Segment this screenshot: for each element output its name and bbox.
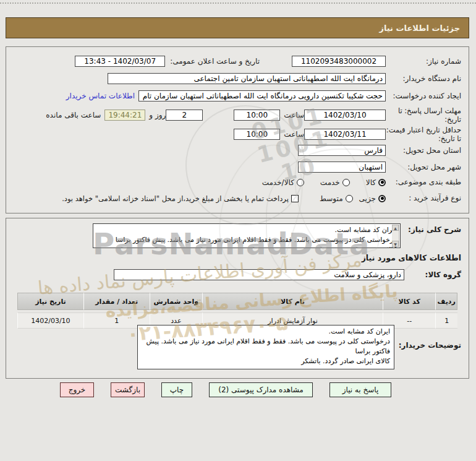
reply-deadline-hour-label: ساعت — [284, 111, 304, 119]
goods-section-heading: اطلاعات کالاهای مورد نیاز — [362, 253, 461, 262]
goods-table-header: کد کالا — [383, 293, 435, 310]
row-need-desc: شرح کلی نیاز: ایران کد مشابه است. درخواس… — [12, 223, 461, 248]
radio-medium-label: متوسط — [320, 194, 343, 203]
price-validity-date-field[interactable]: 1402/03/11 — [304, 129, 386, 140]
reply-deadline-time-field[interactable]: 10:00 — [234, 110, 280, 121]
goods-group-field[interactable]: دارو، پزشکی و سلامت — [114, 269, 404, 280]
radio-service[interactable] — [342, 179, 350, 186]
row-buyer-notes: توضیحات خریدار: ایران کد مشابه است. درخو… — [12, 325, 461, 369]
announce-datetime-label: تاریخ و ساعت اعلان عمومی: — [170, 57, 260, 66]
radio-goods[interactable] — [378, 179, 386, 186]
goods-group-label: گروه کالا: — [404, 270, 461, 279]
scrollbar[interactable]: ▲ ▼ — [392, 225, 399, 247]
row-goods-group: گروه کالا: دارو، پزشکی و سلامت — [12, 269, 461, 280]
radio-service-label: خدمت — [320, 178, 340, 187]
buyer-notes-line1: ایران کد مشابه است. — [142, 327, 390, 337]
radio-goods-service[interactable] — [297, 179, 304, 186]
row-city: شهر محل تحویل: استهبان — [12, 162, 461, 173]
need-desc-line2: درخواستی کلی در پیوست می باشد. فقط و فقط… — [102, 235, 396, 248]
need-desc-label: شرح کلی نیاز: — [401, 223, 461, 234]
row-request-creator: ایجاد کننده درخواست: حجت شکیبا تکنسین دا… — [12, 90, 461, 101]
goods-table-head-row: ردیفکد کالانام کالاواحد شمارشتعداد / مقد… — [17, 293, 457, 310]
buyer-org-label: نام دستگاه خریدار: — [386, 74, 461, 84]
row-classification: طبقه بندی موضوعی: کالا خدمت کالا/خدمت — [12, 178, 461, 187]
goods-table-header: نام کالا — [202, 293, 383, 310]
need-number-field[interactable]: 1102093483000002 — [292, 56, 386, 67]
countdown-timer: 19:44:21 — [104, 110, 145, 121]
buyer-notes-line3: کالای ایرانی صادر گردد. باتشکر — [142, 356, 390, 366]
need-number-label: شماره نیاز: — [386, 57, 461, 66]
price-validity-hour-label: ساعت — [284, 130, 304, 139]
top-divider — [0, 2, 476, 4]
province-field[interactable]: فارس — [298, 145, 386, 156]
radio-partial-label: جزیی — [359, 194, 376, 203]
reply-deadline-label: مهلت ارسال پاسخ: تا تاریخ: — [386, 106, 461, 124]
goods-info-panel: شرح کلی نیاز: ایران کد مشابه است. درخواس… — [6, 218, 469, 379]
treasury-note: پرداخت تمام یا بخشی از مبلغ خرید،از محل … — [62, 194, 289, 203]
reply-deadline-date-field[interactable]: 1402/03/10 — [304, 110, 386, 121]
page-title: جزئیات اطلاعات نیاز — [379, 24, 460, 33]
need-details-page: جزئیات اطلاعات نیاز شماره نیاز: 11020934… — [0, 0, 476, 461]
radio-partial[interactable] — [378, 195, 386, 202]
scroll-up-icon[interactable]: ▲ — [392, 225, 399, 231]
row-goods-heading: اطلاعات کالاهای مورد نیاز — [12, 253, 461, 262]
buyer-notes-line2: درخواستی کلی در پیوست می باشد. فقط و فقط… — [142, 337, 390, 356]
print-button[interactable]: چاپ — [161, 382, 192, 397]
days-remaining-label: روز و — [149, 111, 166, 119]
request-creator-label: ایجاد کننده درخواست: — [386, 92, 461, 101]
province-label: استان محل تحویل: — [386, 146, 461, 155]
goods-table-header: ردیف — [435, 293, 457, 310]
scroll-down-icon[interactable]: ▼ — [392, 241, 399, 247]
reply-to-need-button[interactable]: پاسخ به نیاز — [329, 382, 391, 397]
classification-label: طبقه بندی موضوعی: — [386, 178, 461, 187]
goods-table-header: تعداد / مقدار — [83, 293, 150, 310]
treasury-checkbox[interactable] — [291, 195, 299, 202]
row-province: استان محل تحویل: فارس — [12, 145, 461, 156]
row-buyer-org: نام دستگاه خریدار: درمانگاه ایت الله اصط… — [12, 73, 461, 84]
back-button[interactable]: بازگشت — [111, 382, 145, 397]
radio-goods-service-label: کالا/خدمت — [262, 178, 294, 187]
row-process-type: نوع فرآیند خرید : جزیی متوسط پرداخت تمام… — [12, 194, 461, 203]
action-buttons: پاسخ به نیاز مشاهده مدارک پیوستی (2) چاپ… — [60, 382, 391, 397]
view-attachments-button[interactable]: مشاهده مدارک پیوستی (2) — [209, 382, 313, 397]
city-label: شهر محل تحویل: — [386, 163, 461, 172]
buyer-org-field[interactable]: درمانگاه ایت الله اصطهباناتی استهبان ساز… — [108, 73, 386, 84]
exit-button[interactable]: خروج — [60, 382, 94, 397]
row-price-validity: حداقل تاریخ اعتبار قیمت: تا تاریخ: 1402/… — [12, 126, 461, 144]
radio-goods-label: کالا — [366, 178, 376, 187]
request-creator-field[interactable]: حجت شکیبا تکنسین دارویی درمانگاه ایت الل… — [138, 90, 386, 101]
goods-table-header: تاریخ نیاز — [17, 293, 83, 310]
days-remaining-field[interactable]: 2 — [166, 110, 203, 121]
price-validity-time-field[interactable]: 10:00 — [234, 129, 280, 140]
price-validity-label: حداقل تاریخ اعتبار قیمت: تا تاریخ: — [386, 126, 461, 144]
buyer-contact-link[interactable]: اطلاعات تماس خریدار — [66, 92, 135, 100]
goods-table-header: واحد شمارش — [150, 293, 202, 310]
announce-datetime-field[interactable]: 1402/03/07 - 13:43 — [75, 56, 165, 67]
city-field[interactable]: استهبان — [298, 162, 386, 173]
need-desc-line1: ایران کد مشابه است. — [102, 225, 396, 235]
process-type-label: نوع فرآیند خرید : — [386, 194, 461, 203]
need-info-panel: شماره نیاز: 1102093483000002 تاریخ و ساع… — [6, 46, 469, 213]
radio-medium[interactable] — [346, 195, 353, 202]
row-reply-deadline: مهلت ارسال پاسخ: تا تاریخ: 1402/03/10 سا… — [12, 106, 461, 124]
row-need-number: شماره نیاز: 1102093483000002 تاریخ و ساع… — [12, 56, 461, 67]
need-desc-textarea[interactable]: ایران کد مشابه است. درخواستی کلی در پیوس… — [93, 223, 401, 248]
countdown-label: ساعت باقی مانده — [46, 111, 101, 119]
page-title-bar: جزئیات اطلاعات نیاز — [6, 17, 469, 38]
buyer-notes-textarea[interactable]: ایران کد مشابه است. درخواستی کلی در پیوس… — [137, 325, 394, 369]
buyer-notes-label: توضیحات خریدار: — [394, 325, 461, 350]
